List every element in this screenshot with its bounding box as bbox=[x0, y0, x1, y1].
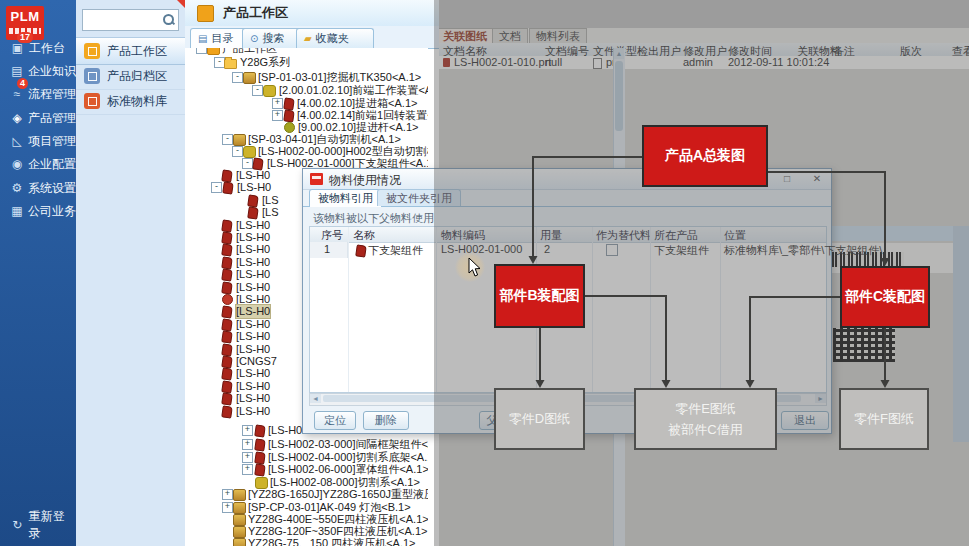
workspace-item-label: 产品工作区 bbox=[107, 43, 167, 60]
sidebar-item-3[interactable]: ≈流程管理 bbox=[0, 84, 76, 104]
tree-node[interactable]: 产品工作区 bbox=[185, 48, 428, 55]
tree-node-label: [LS-H002-06-000]罩体组件<A.1> bbox=[268, 463, 428, 476]
sidebar-item-label: 企业配置 bbox=[28, 156, 76, 173]
tree-node-rpart-icon bbox=[221, 305, 233, 318]
tree-node-label: [LS-H0 bbox=[236, 268, 270, 281]
dialog-note: 该物料被以下父物料使用 bbox=[313, 211, 434, 226]
workspace-item-1[interactable]: 产品工作区 bbox=[76, 37, 185, 65]
tree-node-label: [SP-01-03-01]挖掘机TK350<A.1> bbox=[258, 71, 421, 84]
sidebar-item-8[interactable]: ▦公司业务 bbox=[0, 201, 76, 221]
sidebar-item-label: 企业知识 bbox=[28, 63, 76, 80]
workspace-item-2[interactable]: 产品归档区 bbox=[76, 63, 185, 90]
tree-node-rpart-icon bbox=[254, 463, 266, 476]
usage-column-header: 序号 bbox=[321, 228, 343, 243]
tree-node-label: Y28G系列 bbox=[240, 56, 290, 69]
relogin-button[interactable]: ↻ 重新登录 bbox=[0, 515, 76, 535]
tree-node[interactable]: YZ28G-75、150 四柱液压机<A.1> bbox=[185, 537, 428, 546]
tree-node-rpart-icon bbox=[247, 206, 259, 219]
删除-button[interactable]: 删除 bbox=[363, 411, 409, 430]
tree-node[interactable]: [YZ28G-1650J]YZ28G-1650J重型液压机<B.1> bbox=[185, 488, 428, 501]
search-input[interactable] bbox=[85, 11, 163, 29]
sidebar-item-label: 流程管理 bbox=[28, 86, 76, 103]
sidebar-item-2[interactable]: ▤企业知识 bbox=[0, 61, 76, 81]
diagram-node-label: 部件C装配图 bbox=[845, 288, 925, 306]
search-icon[interactable] bbox=[163, 14, 174, 25]
diagram-node-零件F图纸[interactable]: 零件F图纸 bbox=[839, 388, 929, 450]
sidebar: PLM ▣工作台▤企业知识≈流程管理◈产品管理◺项目管理◉企业配置⚙系统设置▦公… bbox=[0, 0, 76, 546]
diagram-node-sublabel: 被部件C借用 bbox=[668, 421, 742, 439]
tree-tab-icon: ⊙ bbox=[250, 33, 258, 44]
tree-node-excv-icon bbox=[233, 538, 246, 546]
tree-node-excv-icon bbox=[233, 489, 246, 501]
scroll-left-icon[interactable]: ◄ bbox=[310, 394, 321, 403]
tree-node-label: [LS-H0 bbox=[236, 392, 270, 405]
diagram-node-label: 零件F图纸 bbox=[854, 410, 914, 428]
sidebar-item-6[interactable]: ◉企业配置 bbox=[0, 154, 76, 174]
company-grid-icon: ▦ bbox=[10, 204, 24, 218]
tree-node-rpart-icon bbox=[221, 243, 233, 256]
org-config-icon: ◉ bbox=[10, 157, 24, 171]
tree-node-rpart-icon bbox=[254, 438, 266, 451]
tree-node-rcirc-icon bbox=[222, 294, 233, 305]
tree-node[interactable]: [LS-H002-06-000]罩体组件<A.1> bbox=[185, 463, 428, 476]
project-icon: ◺ bbox=[10, 134, 24, 148]
sidebar-item-4[interactable]: ◈产品管理 bbox=[0, 108, 76, 128]
tree-node-label: 产品工作区 bbox=[222, 48, 277, 55]
dialog-plm-icon bbox=[310, 173, 323, 185]
tree-node[interactable]: Y28G系列 bbox=[185, 56, 428, 69]
dialog-tab-被物料引用[interactable]: 被物料引用 bbox=[309, 189, 382, 207]
定位-button[interactable]: 定位 bbox=[314, 411, 356, 430]
tree-node-label: [LS-H0 bbox=[236, 330, 270, 343]
tree-node-ball-icon bbox=[284, 122, 295, 133]
sidebar-item-label: 系统设置 bbox=[28, 180, 76, 197]
tree-node[interactable]: [LS-H002-03-000]间隔框架组件<A.1> bbox=[185, 438, 428, 451]
tree-tab-label: 收藏夹 bbox=[316, 31, 349, 46]
tree-node-rpart-icon bbox=[221, 367, 233, 380]
tree-node-cube-icon bbox=[207, 48, 220, 55]
flow-icon: ≈ bbox=[10, 87, 24, 101]
workspace-item-3[interactable]: 标准物料库 bbox=[76, 88, 185, 115]
tree-node-label: [2.00.01.02.10]前端工作装置<A.1> bbox=[279, 84, 428, 97]
tree-node-label: [YZ28G-1650J]YZ28G-1650J重型液压机<B.1> bbox=[248, 488, 428, 501]
book-icon: ▤ bbox=[10, 64, 24, 78]
diagram-node-label: 产品A总装图 bbox=[665, 147, 745, 165]
diagram-node-产品A总装图[interactable]: 产品A总装图 bbox=[642, 125, 768, 187]
sidebar-item-label: 项目管理 bbox=[28, 133, 76, 150]
plm-app-window: 关联图纸文档物料列表 文档名称文档编号文件类型检出用户修改用户修改时间关联物料备… bbox=[0, 0, 969, 546]
plm-logo-text: PLM bbox=[6, 6, 44, 28]
diagram-node-label: 零件D图纸 bbox=[509, 410, 570, 428]
material-part-icon bbox=[355, 244, 367, 257]
tree-node-label: [LS-H0 bbox=[236, 405, 270, 418]
diagram-node-部件B装配图[interactable]: 部件B装配图 bbox=[494, 264, 585, 328]
tree-tab-label: 搜索 bbox=[262, 31, 284, 46]
notification-badge: 17 bbox=[17, 32, 33, 43]
sidebar-item-5[interactable]: ◺项目管理 bbox=[0, 131, 76, 151]
workspace-item-label: 产品归档区 bbox=[107, 68, 167, 85]
usage-table-cell: 1 bbox=[324, 243, 330, 255]
tree-node-rpart-icon bbox=[222, 181, 234, 194]
tree-tab-label: 目录 bbox=[211, 31, 233, 46]
diagram-node-部件C装配图[interactable]: 部件C装配图 bbox=[840, 266, 930, 328]
sidebar-item-label: 工作台 bbox=[29, 40, 65, 57]
diagram-node-label: 零件E图纸 bbox=[675, 400, 736, 418]
diagram-node-零件E图纸[interactable]: 零件E图纸被部件C借用 bbox=[634, 388, 777, 450]
diagram-node-零件D图纸[interactable]: 零件D图纸 bbox=[494, 388, 585, 450]
tree-node-rpart-icon bbox=[254, 424, 266, 437]
tree-node[interactable]: [SP-01-03-01]挖掘机TK350<A.1> bbox=[185, 71, 428, 84]
sidebar-item-1[interactable]: ▣工作台 bbox=[0, 38, 76, 58]
panel-corner-marker bbox=[177, 0, 185, 8]
product-cube-icon: ◈ bbox=[10, 111, 24, 125]
mouse-cursor bbox=[468, 258, 482, 278]
diagram-node-label: 部件B装配图 bbox=[499, 287, 579, 305]
tree-node-label: [LS-H0 bbox=[236, 305, 270, 318]
column-separator bbox=[348, 227, 349, 392]
workspace-item-icon bbox=[84, 93, 100, 109]
tree-node[interactable]: [2.00.01.02.10]前端工作装置<A.1> bbox=[185, 84, 428, 97]
tree-tab-收藏夹[interactable]: ▰收藏夹 bbox=[296, 28, 374, 48]
sidebar-item-label: 公司业务 bbox=[28, 203, 76, 220]
tree-node-label: [LS-H0 bbox=[237, 181, 271, 194]
tree-node-ypart-icon bbox=[263, 85, 276, 97]
workspace-search[interactable] bbox=[82, 9, 179, 31]
tree-node-label: [LS bbox=[262, 206, 279, 219]
sidebar-item-7[interactable]: ⚙系统设置 bbox=[0, 178, 76, 198]
